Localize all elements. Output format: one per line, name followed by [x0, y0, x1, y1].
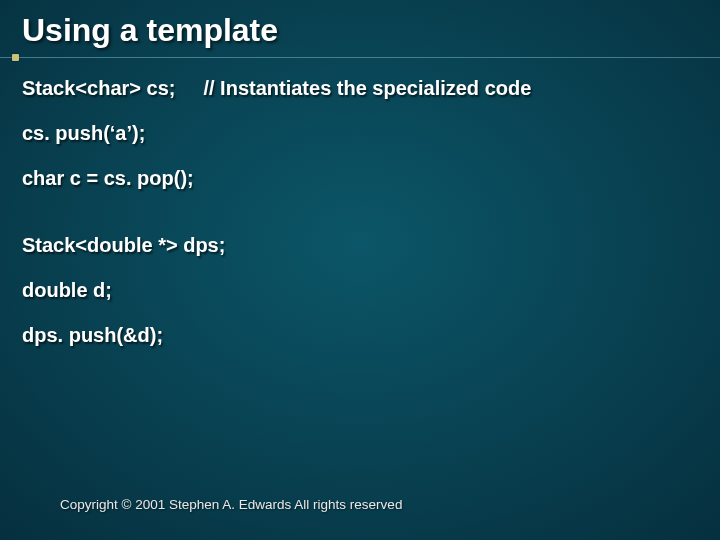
slide-title: Using a template: [0, 0, 720, 57]
slide-content: Stack<char> cs;// Instantiates the speci…: [0, 77, 720, 347]
code-line-6: dps. push(&d);: [22, 324, 698, 347]
code-line-2: cs. push(‘a’);: [22, 122, 698, 145]
separator-line: [0, 57, 720, 58]
code-line-5: double d;: [22, 279, 698, 302]
code-decl-1: Stack<char> cs;: [22, 77, 175, 99]
code-line-1: Stack<char> cs;// Instantiates the speci…: [22, 77, 698, 100]
code-comment-1: // Instantiates the specialized code: [175, 77, 531, 99]
copyright-footer: Copyright © 2001 Stephen A. Edwards All …: [60, 497, 402, 512]
code-line-4: Stack<double *> dps;: [22, 234, 698, 257]
title-separator: [0, 57, 720, 59]
slide: Using a template Stack<char> cs;// Insta…: [0, 0, 720, 540]
code-line-3: char c = cs. pop();: [22, 167, 698, 190]
separator-dot: [12, 54, 19, 61]
